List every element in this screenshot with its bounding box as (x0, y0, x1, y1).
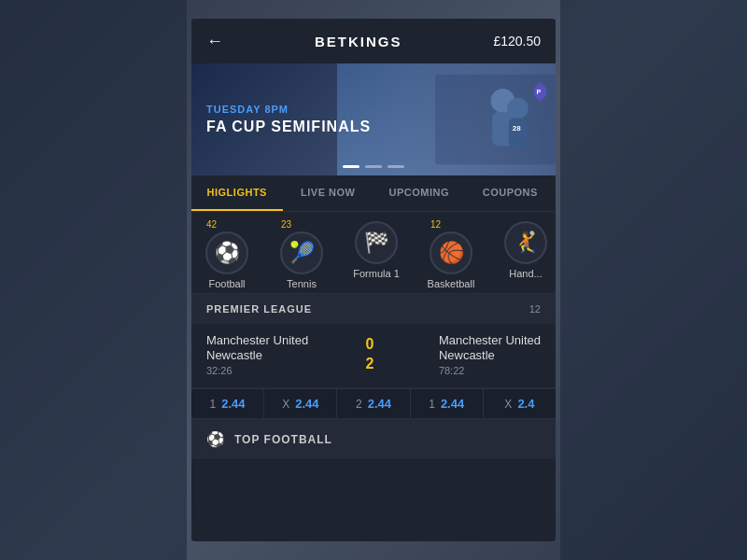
odds-value-4: 2.44 (441, 397, 464, 411)
odds-cell-1[interactable]: 1 2.44 (191, 389, 264, 418)
odds-label-2: X (282, 398, 289, 411)
sport-football[interactable]: 42 ⚽ Football (191, 219, 262, 289)
match-teams-2: Manchester United Newcastle 78:22 (439, 333, 541, 376)
sport-formula1[interactable]: 🏁 Formula 1 (341, 219, 412, 289)
basketball-count: 12 (416, 219, 441, 230)
tab-bar: HIGLIGHTS LIVE NOW UPCOMING COUPONS (191, 175, 556, 212)
top-football-row[interactable]: ⚽ TOP FOOTBALL (191, 418, 556, 459)
odds-cell-2[interactable]: X 2.44 (264, 389, 337, 418)
basketball-label: Basketball (428, 278, 475, 289)
hero-day-time: TUESDAY 8PM (206, 104, 371, 115)
odds-label-4: 1 (429, 398, 435, 411)
tennis-label: Tennis (287, 278, 317, 289)
main-content: PREMIER LEAGUE 12 Manchester United Newc… (191, 293, 556, 541)
match-info-1: Manchester United Newcastle 32:26 0 2 Ma… (206, 333, 541, 376)
app-container: ← BETKINGS £120.50 28 P (191, 19, 556, 541)
odds-row: 1 2.44 X 2.44 2 2.44 1 2.44 X 2.4 (191, 388, 556, 418)
odds-cell-3[interactable]: 2 2.44 (337, 389, 410, 418)
odds-value-1: 2.44 (221, 397, 245, 411)
sports-categories: 42 ⚽ Football 23 🎾 Tennis 🏁 Formula 1 12… (191, 212, 556, 293)
svg-point-3 (508, 98, 529, 119)
match-score-1: 0 2 (366, 333, 374, 376)
odds-value-5: 2.4 (517, 397, 534, 411)
app-title: BETKINGS (315, 34, 402, 49)
hero-event-title: FA CUP SEMIFINALS (206, 119, 371, 135)
match-teams-1: Manchester United Newcastle 32:26 (206, 333, 308, 376)
league-name: PREMIER LEAGUE (206, 303, 312, 315)
score1-1: 0 (366, 335, 374, 355)
formula1-icon: 🏁 (355, 221, 398, 264)
match-time-2: 78:22 (439, 365, 541, 376)
odds-cell-4[interactable]: 1 2.44 (411, 389, 484, 418)
football-count: 42 (191, 219, 217, 230)
hero-banner: 28 P TUESDAY 8PM FA CUP SEMIFINALS (191, 63, 556, 175)
premier-league-header: PREMIER LEAGUE 12 (191, 293, 556, 324)
dot-2 (365, 165, 382, 168)
sport-basketball[interactable]: 12 🏀 Basketball (416, 219, 486, 289)
tab-highlights[interactable]: HIGLIGHTS (191, 175, 283, 211)
hero-text: TUESDAY 8PM FA CUP SEMIFINALS (206, 104, 371, 135)
hero-player-icons: 28 P (435, 63, 556, 175)
dot-3 (388, 165, 404, 168)
header: ← BETKINGS £120.50 (191, 19, 556, 63)
tennis-count: 23 (266, 219, 291, 230)
football-icon: ⚽ (205, 231, 248, 274)
handball-icon: 🤾 (504, 221, 547, 264)
tab-upcoming[interactable]: UPCOMING (374, 175, 465, 211)
odds-label-3: 2 (356, 398, 362, 411)
odds-value-2: 2.44 (295, 397, 318, 411)
tennis-icon: 🎾 (280, 231, 323, 274)
match-time-1: 32:26 (206, 365, 308, 376)
team1-name-2: Manchester United (439, 333, 541, 347)
svg-text:28: 28 (513, 124, 521, 133)
handball-label: Hand... (509, 268, 542, 279)
team2-name-2: Newcastle (439, 348, 541, 362)
basketball-icon: 🏀 (430, 231, 472, 274)
hero-dots (343, 165, 404, 168)
sport-handball[interactable]: 🤾 Hand... (490, 219, 556, 289)
odds-cell-5[interactable]: X 2.4 (484, 389, 556, 418)
back-button[interactable]: ← (206, 32, 223, 51)
tab-live-now[interactable]: LIVE NOW (283, 175, 374, 211)
score2-1: 2 (366, 355, 374, 374)
league-count: 12 (529, 303, 541, 315)
football-label: Football (208, 278, 245, 289)
top-football-label: TOP FOOTBALL (234, 433, 332, 446)
team2-name-1: Newcastle (206, 348, 308, 362)
dot-1 (343, 165, 359, 168)
match-row-1[interactable]: Manchester United Newcastle 32:26 0 2 Ma… (191, 324, 556, 388)
team1-name-1: Manchester United (206, 333, 308, 347)
top-football-icon: ⚽ (206, 430, 225, 448)
odds-label-5: X (504, 398, 512, 411)
tab-coupons[interactable]: COUPONS (465, 175, 557, 211)
svg-rect-4 (509, 118, 527, 147)
balance-display: £120.50 (493, 34, 541, 49)
odds-value-3: 2.44 (368, 397, 391, 411)
odds-label-1: 1 (210, 398, 217, 411)
svg-text:P: P (537, 88, 542, 96)
sport-tennis[interactable]: 23 🎾 Tennis (266, 219, 337, 289)
formula1-label: Formula 1 (353, 268, 400, 279)
